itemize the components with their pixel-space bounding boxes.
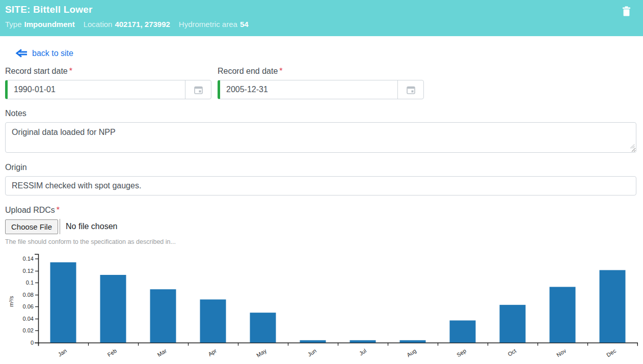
back-to-site-link[interactable]: back to site [15, 48, 73, 58]
origin-input[interactable] [5, 176, 636, 195]
required-asterisk: * [57, 206, 60, 214]
origin-field: Origin [5, 163, 636, 195]
y-tick-label: 0.04 [23, 316, 34, 322]
record-start-calendar-button[interactable] [185, 80, 211, 99]
notes-field: Notes Original data loaded for NPP [5, 109, 636, 153]
choose-file-button[interactable]: Choose File [5, 219, 58, 234]
y-tick-label: 0.14 [23, 256, 34, 262]
x-tick-label: Jan [57, 348, 68, 358]
bar-jul [350, 340, 376, 343]
bar-dec [600, 270, 626, 343]
bar-jan [50, 262, 76, 343]
page-title: SITE: Bittell Lower [5, 4, 637, 16]
bar-apr [200, 299, 226, 343]
bar-may [250, 313, 276, 343]
arrow-left-lines-icon [15, 48, 28, 58]
file-input: Choose File No file chosen [5, 219, 636, 234]
site-meta: TypeImpoundment Location402171, 273992 H… [5, 20, 637, 29]
required-asterisk: * [279, 67, 282, 75]
required-asterisk: * [69, 67, 72, 75]
site-hydrometric-area: Hydrometric area54 [179, 20, 249, 29]
file-input-divider [60, 219, 60, 234]
x-tick-label: Dec [605, 347, 617, 358]
trash-icon [622, 10, 631, 18]
record-start-input[interactable] [5, 80, 185, 99]
dates-row: Record start date* Record end date* [5, 67, 636, 99]
y-axis-line [35, 255, 39, 343]
bar-sep [450, 320, 476, 343]
x-tick-label: Mar [156, 347, 168, 358]
y-tick-label: 0.08 [23, 292, 34, 298]
delete-record-button[interactable] [621, 5, 632, 19]
x-tick-label: Aug [406, 348, 417, 358]
bar-mar [150, 289, 176, 343]
site-header: SITE: Bittell Lower TypeImpoundment Loca… [0, 0, 643, 36]
calendar-icon [194, 86, 203, 94]
x-tick-label: Feb [106, 348, 118, 358]
upload-rdcs-field: Upload RDCs* Choose File No file chosen … [5, 206, 636, 245]
bar-oct [500, 305, 526, 343]
origin-label: Origin [5, 163, 636, 172]
record-end-calendar-button[interactable] [397, 80, 424, 99]
back-to-site-label: back to site [32, 49, 73, 58]
x-tick-label: Jun [307, 348, 317, 358]
y-axis-title: m³/s [8, 296, 14, 307]
x-tick-label: Apr [207, 347, 218, 357]
x-tick-label: Nov [555, 347, 567, 358]
x-tick-label: Oct [506, 348, 517, 357]
x-tick-label: May [255, 347, 267, 358]
upload-help-text: The file should conform to the specifica… [5, 238, 636, 245]
record-start-label: Record start date* [5, 67, 211, 76]
x-tick-label: Sep [456, 348, 467, 358]
record-end-input[interactable] [218, 80, 398, 99]
y-tick-label: 0.1 [26, 279, 34, 286]
y-tick-label: 0.06 [23, 303, 34, 310]
site-type: TypeImpoundment [5, 20, 75, 29]
record-end-field: Record end date* [218, 67, 424, 99]
bar-aug [400, 340, 426, 343]
bar-nov [550, 287, 576, 343]
x-tick-label: Jul [358, 348, 367, 357]
record-form: back to site Record start date* [0, 48, 643, 363]
monthly-flow-chart: 00.020.040.060.080.10.120.14JanFebMarApr… [5, 252, 636, 363]
bar-jun [300, 340, 326, 343]
bar-chart-svg: 00.020.040.060.080.10.120.14JanFebMarApr… [5, 252, 638, 361]
site-location: Location402171, 273992 [84, 20, 170, 29]
upload-rdcs-label: Upload RDCs* [5, 206, 636, 215]
notes-label: Notes [5, 109, 636, 118]
bar-feb [100, 275, 126, 343]
calendar-icon [407, 86, 415, 94]
notes-textarea[interactable]: Original data loaded for NPP [5, 122, 636, 153]
y-tick-label: 0 [31, 340, 34, 346]
record-start-field: Record start date* [5, 67, 211, 99]
record-end-label: Record end date* [218, 67, 424, 76]
y-tick-label: 0.12 [23, 268, 34, 274]
y-tick-label: 0.02 [23, 327, 34, 333]
file-chosen-status: No file chosen [66, 222, 117, 231]
